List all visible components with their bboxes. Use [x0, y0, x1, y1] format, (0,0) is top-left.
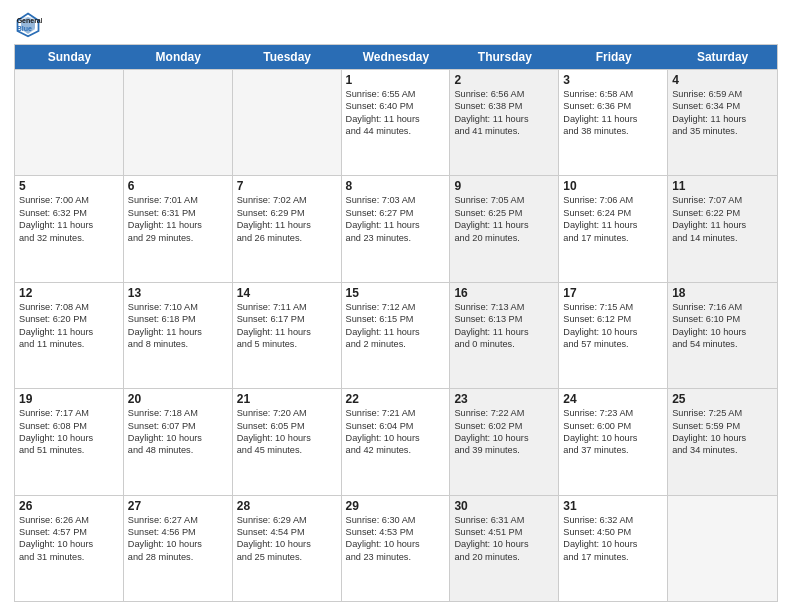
day-info: Sunrise: 6:56 AM Sunset: 6:38 PM Dayligh… — [454, 88, 554, 138]
empty-cell — [124, 70, 233, 175]
weekday-header: Friday — [559, 45, 668, 69]
day-number: 15 — [346, 286, 446, 300]
day-number: 29 — [346, 499, 446, 513]
day-number: 11 — [672, 179, 773, 193]
day-cell: 28Sunrise: 6:29 AM Sunset: 4:54 PM Dayli… — [233, 496, 342, 601]
day-number: 24 — [563, 392, 663, 406]
day-number: 30 — [454, 499, 554, 513]
empty-cell — [668, 496, 777, 601]
weekday-header: Sunday — [15, 45, 124, 69]
day-number: 18 — [672, 286, 773, 300]
day-info: Sunrise: 7:08 AM Sunset: 6:20 PM Dayligh… — [19, 301, 119, 351]
day-info: Sunrise: 6:27 AM Sunset: 4:56 PM Dayligh… — [128, 514, 228, 564]
day-cell: 9Sunrise: 7:05 AM Sunset: 6:25 PM Daylig… — [450, 176, 559, 281]
day-number: 21 — [237, 392, 337, 406]
day-cell: 25Sunrise: 7:25 AM Sunset: 5:59 PM Dayli… — [668, 389, 777, 494]
day-cell: 18Sunrise: 7:16 AM Sunset: 6:10 PM Dayli… — [668, 283, 777, 388]
day-cell: 30Sunrise: 6:31 AM Sunset: 4:51 PM Dayli… — [450, 496, 559, 601]
day-number: 14 — [237, 286, 337, 300]
day-info: Sunrise: 6:26 AM Sunset: 4:57 PM Dayligh… — [19, 514, 119, 564]
day-info: Sunrise: 6:29 AM Sunset: 4:54 PM Dayligh… — [237, 514, 337, 564]
day-number: 4 — [672, 73, 773, 87]
calendar-row: 1Sunrise: 6:55 AM Sunset: 6:40 PM Daylig… — [15, 69, 777, 175]
day-cell: 11Sunrise: 7:07 AM Sunset: 6:22 PM Dayli… — [668, 176, 777, 281]
day-number: 10 — [563, 179, 663, 193]
day-cell: 23Sunrise: 7:22 AM Sunset: 6:02 PM Dayli… — [450, 389, 559, 494]
svg-text:Blue: Blue — [17, 25, 32, 32]
day-info: Sunrise: 7:22 AM Sunset: 6:02 PM Dayligh… — [454, 407, 554, 457]
day-number: 27 — [128, 499, 228, 513]
day-info: Sunrise: 6:55 AM Sunset: 6:40 PM Dayligh… — [346, 88, 446, 138]
day-number: 9 — [454, 179, 554, 193]
day-cell: 14Sunrise: 7:11 AM Sunset: 6:17 PM Dayli… — [233, 283, 342, 388]
day-info: Sunrise: 6:58 AM Sunset: 6:36 PM Dayligh… — [563, 88, 663, 138]
logo: General Blue — [14, 10, 45, 38]
calendar-row: 12Sunrise: 7:08 AM Sunset: 6:20 PM Dayli… — [15, 282, 777, 388]
day-cell: 26Sunrise: 6:26 AM Sunset: 4:57 PM Dayli… — [15, 496, 124, 601]
day-cell: 31Sunrise: 6:32 AM Sunset: 4:50 PM Dayli… — [559, 496, 668, 601]
day-number: 28 — [237, 499, 337, 513]
day-cell: 1Sunrise: 6:55 AM Sunset: 6:40 PM Daylig… — [342, 70, 451, 175]
day-number: 31 — [563, 499, 663, 513]
day-number: 20 — [128, 392, 228, 406]
day-info: Sunrise: 7:00 AM Sunset: 6:32 PM Dayligh… — [19, 194, 119, 244]
day-cell: 16Sunrise: 7:13 AM Sunset: 6:13 PM Dayli… — [450, 283, 559, 388]
day-info: Sunrise: 7:25 AM Sunset: 5:59 PM Dayligh… — [672, 407, 773, 457]
day-cell: 8Sunrise: 7:03 AM Sunset: 6:27 PM Daylig… — [342, 176, 451, 281]
header: General Blue — [14, 10, 778, 38]
weekday-header: Tuesday — [233, 45, 342, 69]
day-cell: 5Sunrise: 7:00 AM Sunset: 6:32 PM Daylig… — [15, 176, 124, 281]
day-info: Sunrise: 7:17 AM Sunset: 6:08 PM Dayligh… — [19, 407, 119, 457]
day-cell: 4Sunrise: 6:59 AM Sunset: 6:34 PM Daylig… — [668, 70, 777, 175]
day-number: 26 — [19, 499, 119, 513]
day-number: 3 — [563, 73, 663, 87]
day-cell: 29Sunrise: 6:30 AM Sunset: 4:53 PM Dayli… — [342, 496, 451, 601]
day-cell: 21Sunrise: 7:20 AM Sunset: 6:05 PM Dayli… — [233, 389, 342, 494]
day-number: 1 — [346, 73, 446, 87]
day-info: Sunrise: 7:07 AM Sunset: 6:22 PM Dayligh… — [672, 194, 773, 244]
weekday-header: Thursday — [450, 45, 559, 69]
page: General Blue SundayMondayTuesdayWednesda… — [0, 0, 792, 612]
day-info: Sunrise: 7:16 AM Sunset: 6:10 PM Dayligh… — [672, 301, 773, 351]
weekday-header: Wednesday — [342, 45, 451, 69]
day-info: Sunrise: 7:23 AM Sunset: 6:00 PM Dayligh… — [563, 407, 663, 457]
day-cell: 17Sunrise: 7:15 AM Sunset: 6:12 PM Dayli… — [559, 283, 668, 388]
day-number: 2 — [454, 73, 554, 87]
day-cell: 22Sunrise: 7:21 AM Sunset: 6:04 PM Dayli… — [342, 389, 451, 494]
day-cell: 2Sunrise: 6:56 AM Sunset: 6:38 PM Daylig… — [450, 70, 559, 175]
day-number: 13 — [128, 286, 228, 300]
calendar-row: 5Sunrise: 7:00 AM Sunset: 6:32 PM Daylig… — [15, 175, 777, 281]
day-number: 16 — [454, 286, 554, 300]
day-number: 23 — [454, 392, 554, 406]
day-number: 22 — [346, 392, 446, 406]
empty-cell — [15, 70, 124, 175]
empty-cell — [233, 70, 342, 175]
day-info: Sunrise: 6:31 AM Sunset: 4:51 PM Dayligh… — [454, 514, 554, 564]
day-info: Sunrise: 7:05 AM Sunset: 6:25 PM Dayligh… — [454, 194, 554, 244]
calendar-row: 19Sunrise: 7:17 AM Sunset: 6:08 PM Dayli… — [15, 388, 777, 494]
weekday-header: Monday — [124, 45, 233, 69]
day-cell: 20Sunrise: 7:18 AM Sunset: 6:07 PM Dayli… — [124, 389, 233, 494]
day-info: Sunrise: 7:12 AM Sunset: 6:15 PM Dayligh… — [346, 301, 446, 351]
day-cell: 13Sunrise: 7:10 AM Sunset: 6:18 PM Dayli… — [124, 283, 233, 388]
logo-icon: General Blue — [14, 10, 42, 38]
day-cell: 3Sunrise: 6:58 AM Sunset: 6:36 PM Daylig… — [559, 70, 668, 175]
day-cell: 15Sunrise: 7:12 AM Sunset: 6:15 PM Dayli… — [342, 283, 451, 388]
day-info: Sunrise: 7:03 AM Sunset: 6:27 PM Dayligh… — [346, 194, 446, 244]
day-cell: 24Sunrise: 7:23 AM Sunset: 6:00 PM Dayli… — [559, 389, 668, 494]
calendar-header: SundayMondayTuesdayWednesdayThursdayFrid… — [15, 45, 777, 69]
day-info: Sunrise: 7:13 AM Sunset: 6:13 PM Dayligh… — [454, 301, 554, 351]
day-number: 17 — [563, 286, 663, 300]
calendar-body: 1Sunrise: 6:55 AM Sunset: 6:40 PM Daylig… — [15, 69, 777, 601]
weekday-header: Saturday — [668, 45, 777, 69]
day-info: Sunrise: 6:59 AM Sunset: 6:34 PM Dayligh… — [672, 88, 773, 138]
calendar-row: 26Sunrise: 6:26 AM Sunset: 4:57 PM Dayli… — [15, 495, 777, 601]
day-info: Sunrise: 7:06 AM Sunset: 6:24 PM Dayligh… — [563, 194, 663, 244]
day-number: 7 — [237, 179, 337, 193]
day-number: 25 — [672, 392, 773, 406]
svg-text:General: General — [17, 17, 42, 24]
day-info: Sunrise: 7:11 AM Sunset: 6:17 PM Dayligh… — [237, 301, 337, 351]
day-cell: 7Sunrise: 7:02 AM Sunset: 6:29 PM Daylig… — [233, 176, 342, 281]
day-cell: 12Sunrise: 7:08 AM Sunset: 6:20 PM Dayli… — [15, 283, 124, 388]
day-info: Sunrise: 7:20 AM Sunset: 6:05 PM Dayligh… — [237, 407, 337, 457]
